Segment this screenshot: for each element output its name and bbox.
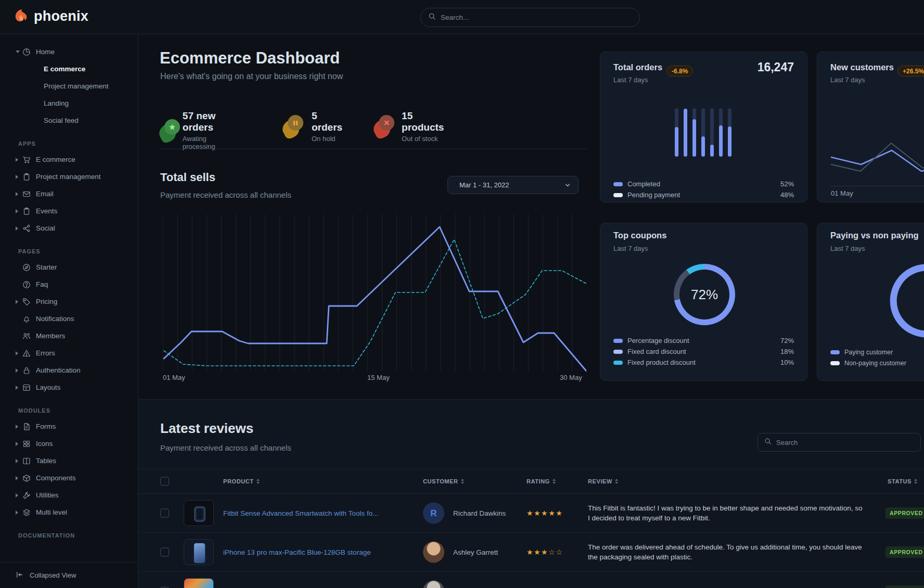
date-range-value: Mar 1 - 31, 2022 (459, 181, 509, 189)
sidebar-item-components[interactable]: Components (0, 469, 138, 487)
customer-avatar[interactable]: R (423, 503, 444, 524)
sidebar-item-project-management[interactable]: Project management (0, 78, 138, 95)
sidebar-item-notifications[interactable]: Notifications (0, 310, 138, 327)
legend-row: Non-paying customer (830, 357, 924, 368)
sidebar-item-tables[interactable]: Tables (0, 452, 138, 469)
product-thumbnail[interactable] (184, 500, 214, 526)
brand-name: phoenix (34, 8, 88, 24)
column-header-customer[interactable]: CUSTOMER (423, 478, 464, 484)
sidebar-item-starter[interactable]: Starter (0, 259, 138, 276)
top-navbar: phoenix (0, 0, 924, 34)
legend-row: Fixed product discount 10% (613, 357, 794, 368)
sidebar-item-landing[interactable]: Landing (0, 95, 138, 112)
product-link[interactable]: iPhone 13 pro max-Pacific Blue-128GB sto… (223, 548, 400, 556)
sidebar-item-e-commerce[interactable]: E commerce (0, 60, 138, 78)
sidebar-item-utilities[interactable]: Utilities (0, 487, 138, 504)
row-checkbox[interactable] (160, 509, 169, 518)
product-thumbnail[interactable] (184, 539, 214, 565)
reviews-search-input[interactable] (776, 439, 914, 446)
sidebar-item-authentication[interactable]: Authentication (0, 362, 138, 379)
column-header-review[interactable]: REVIEW (588, 478, 618, 484)
caret-icon (16, 510, 22, 515)
sidebar-item-label: Email (36, 190, 54, 198)
row-checkbox[interactable] (160, 548, 169, 557)
sidebar-item-events[interactable]: Events (0, 202, 138, 220)
date-range-select[interactable]: Mar 1 - 31, 2022 (447, 176, 579, 194)
sidebar-item-faq[interactable]: Faq (0, 276, 138, 293)
sidebar-item-home[interactable]: Home (0, 43, 138, 60)
column-header-rating[interactable]: RATING (527, 478, 556, 484)
customer-avatar[interactable] (423, 542, 444, 563)
order-bar (675, 108, 678, 157)
reviews-search[interactable] (758, 433, 921, 452)
sort-icon (553, 479, 556, 484)
phoenix-logo-icon (14, 7, 29, 25)
sidebar-item-layouts[interactable]: Layouts (0, 379, 138, 396)
collapse-view-button[interactable]: Collapsed View (0, 562, 138, 588)
wrench-icon (22, 491, 31, 500)
column-header-status[interactable]: STATUS (888, 478, 917, 484)
sidebar-item-label: Utilities (36, 491, 59, 499)
table-row: ☆☆☆☆☆It's a Mac, after all. Once you've … (138, 572, 924, 588)
stat-on-hold: 5 orders On hold (283, 110, 345, 143)
status-badge: APPROVED✓ (886, 546, 924, 558)
global-search[interactable] (420, 8, 640, 27)
sidebar-item-label: Components (36, 474, 76, 482)
sidebar-item-social[interactable]: Social (0, 220, 138, 237)
sidebar-item-label: Authentication (36, 366, 81, 374)
caret-icon (16, 459, 22, 463)
total-sells-chart (163, 213, 586, 374)
rating-stars: ★★★★★ (527, 509, 563, 517)
sidebar-item-email[interactable]: Email (0, 185, 138, 202)
warning-icon (22, 349, 31, 357)
sidebar-item-errors[interactable]: Errors (0, 344, 138, 362)
sidebar-item-icons[interactable]: Icons (0, 435, 138, 452)
legend-value: 72% (780, 337, 794, 344)
column-header-product[interactable]: PRODUCT (223, 478, 260, 484)
brand-logo[interactable]: phoenix (14, 7, 88, 25)
sidebar-section-pages: PAGES (0, 248, 138, 254)
caret-icon (16, 351, 22, 355)
caret-icon (16, 50, 22, 53)
stat-new-orders: ★ 57 new orders Awating processing (159, 110, 224, 150)
cart-icon (22, 156, 31, 164)
product-thumbnail[interactable] (184, 578, 214, 588)
customer-avatar[interactable] (423, 581, 444, 588)
product-link[interactable]: Fitbit Sense Advanced Smartwatch with To… (223, 509, 400, 517)
header-divider (160, 149, 587, 149)
series-current-month (164, 227, 586, 371)
legend-label: Paying customer (844, 349, 893, 356)
status-badge: APPROVED✓ (886, 507, 924, 519)
columns-icon (22, 457, 31, 465)
order-bar (728, 108, 732, 157)
caret-icon (16, 192, 22, 196)
legend-label: Pending payment (627, 191, 680, 199)
sidebar-item-label: Members (36, 332, 65, 340)
caret-icon (16, 493, 22, 497)
sidebar-item-label: Pricing (36, 298, 57, 305)
sidebar-item-label: Starter (36, 263, 57, 271)
sidebar-item-project-management[interactable]: Project management (0, 168, 138, 185)
star-badge-icon: ★ (159, 118, 174, 143)
sidebar-item-pricing[interactable]: Pricing (0, 293, 138, 310)
question-icon (22, 280, 31, 289)
legend-label: Fixed product discount (627, 359, 696, 366)
sidebar-section-modules: MODULES (0, 407, 138, 414)
sidebar-item-multi-level[interactable]: Multi level (0, 504, 138, 521)
search-input[interactable] (441, 14, 632, 21)
legend-swatch (613, 182, 623, 186)
legend-row: Percentage discount 72% (613, 335, 794, 346)
order-bar (719, 108, 723, 157)
caret-icon (16, 476, 22, 480)
sidebar-item-forms[interactable]: Forms (0, 418, 138, 435)
legend-swatch (613, 350, 623, 354)
customer-name: Ashley Garrett (453, 548, 498, 556)
sidebar-item-social-feed[interactable]: Social feed (0, 112, 138, 129)
trend-badge: -6.8% (666, 66, 693, 76)
x-tick: 30 May (560, 374, 582, 381)
select-all-checkbox[interactable] (160, 477, 169, 486)
sidebar-item-e-commerce[interactable]: E commerce (0, 151, 138, 168)
stat-value: 57 new orders (183, 110, 224, 133)
sidebar-item-members[interactable]: Members (0, 327, 138, 344)
coupons-donut-chart: 72% (674, 264, 735, 325)
